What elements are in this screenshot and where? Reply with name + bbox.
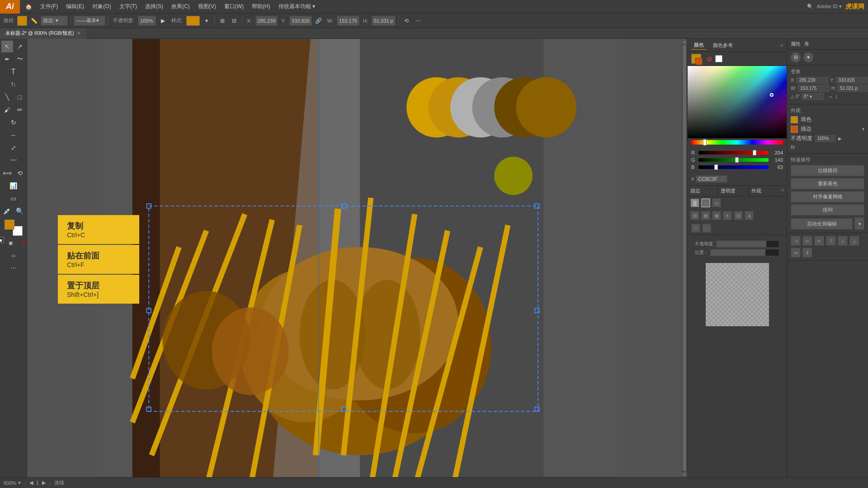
stroke-join-1[interactable]: ∧ <box>745 211 754 220</box>
hue-slider[interactable] <box>691 140 783 145</box>
b-slider[interactable] <box>698 165 769 169</box>
align-icon[interactable]: ⊟ <box>229 16 239 26</box>
flip-v-btn[interactable]: ↕ <box>835 94 838 100</box>
context-menu-bring-front[interactable]: 置于顶层 Shift+Ctrl+] <box>58 275 139 304</box>
align-left[interactable]: ⊣ <box>791 236 801 246</box>
far-w-input[interactable] <box>798 85 830 92</box>
scroll-bar-right[interactable]: ▲ ▼ <box>682 39 687 477</box>
transform-icon[interactable]: ⟲ <box>401 16 411 26</box>
path-offset-btn[interactable]: 位移路径 <box>791 165 864 176</box>
color-spectrum[interactable] <box>688 66 787 138</box>
rotation-dropdown[interactable]: 0° ▾ <box>802 93 824 100</box>
stroke-type-1[interactable]: █ <box>690 198 699 207</box>
prev-page-btn[interactable]: ◀ <box>29 480 33 485</box>
arrange-btn[interactable]: 排列 <box>791 204 864 216</box>
search-icon[interactable]: 🔍 <box>807 4 813 9</box>
more-tools[interactable]: ⋯ <box>8 262 19 274</box>
global-edit-btn[interactable]: 启动全局编辑 <box>791 218 853 230</box>
canvas-area[interactable]: 复制 Ctrl+C 贴在前面 Ctrl+F 置于顶层 Shift+Ctrl+] … <box>27 39 687 477</box>
eyedropper-tool[interactable]: 💉 <box>1 205 13 217</box>
menu-file[interactable]: 文件(F) <box>37 2 61 11</box>
color-panel-menu[interactable]: ≡ <box>780 43 783 48</box>
appearance-panel-tab[interactable]: 外观 <box>749 186 778 196</box>
align-grid-btn[interactable]: 对齐像素网格 <box>791 191 864 202</box>
menu-type[interactable]: 文字(T) <box>116 2 141 11</box>
library-tab[interactable]: 库 <box>804 41 809 47</box>
opacity-outer-input[interactable] <box>815 135 835 142</box>
distribute-v[interactable]: ⇕ <box>802 248 812 258</box>
far-h-input[interactable] <box>838 85 868 92</box>
style-color-box[interactable] <box>186 16 200 26</box>
style-dropdown[interactable]: ▾ <box>202 16 212 26</box>
color-white-btn[interactable] <box>715 55 722 62</box>
fill-color-box[interactable] <box>5 220 14 230</box>
align-center-h[interactable]: ⊢ <box>802 236 812 246</box>
menu-effect[interactable]: 效果(C) <box>168 2 193 11</box>
scale-tool[interactable]: ⤢ <box>8 142 19 154</box>
r-slider[interactable] <box>698 151 769 155</box>
menu-home[interactable]: 🏠 <box>22 3 36 11</box>
blend-tool[interactable]: ⟲ <box>14 167 26 179</box>
h-value[interactable]: 51.031 p <box>372 16 396 26</box>
align-top[interactable]: ⊤ <box>826 236 836 246</box>
canvas-tab[interactable]: 未标题-2* @ 600% (RGB/预览) ✕ <box>0 28 86 39</box>
fill-color-swatch[interactable] <box>791 116 798 123</box>
distribute-h[interactable]: ⇔ <box>791 248 801 258</box>
color-bg-swatch[interactable] <box>695 58 703 65</box>
stroke-align-5[interactable]: ⊡ <box>734 211 743 220</box>
shape-tools[interactable]: □ <box>14 91 26 103</box>
menu-edit[interactable]: 编辑(E) <box>62 2 88 11</box>
opacity-slider[interactable] <box>716 240 779 248</box>
grid-icon[interactable]: ⊞ <box>217 16 227 26</box>
global-edit-dropdown[interactable]: ▾ <box>854 217 864 230</box>
color-fg-swatch[interactable] <box>691 54 701 64</box>
transparency-panel-tab[interactable]: 透明度 <box>718 186 748 196</box>
align-center-v[interactable]: ⊥ <box>838 236 848 246</box>
link-icon[interactable]: 🔗 <box>314 16 324 26</box>
selection-tool[interactable]: ↖ <box>1 41 13 52</box>
brush-icon[interactable]: ✏️ <box>29 16 39 26</box>
color-mode-icon[interactable]: ■ <box>0 237 4 243</box>
stroke-dashed-2[interactable]: ·· <box>702 224 711 233</box>
menu-select[interactable]: 选择(S) <box>142 2 167 11</box>
rotate-tool[interactable]: ↻ <box>8 117 19 128</box>
zoom-dropdown[interactable]: ▾ <box>18 480 21 486</box>
magic-icon[interactable]: ✦ <box>803 52 813 62</box>
scroll-down-btn[interactable]: ▼ <box>682 472 687 477</box>
menu-extra[interactable]: 传统基本功能 ▾ <box>275 2 319 11</box>
column-graph-tool[interactable]: 📊 <box>8 180 19 192</box>
stroke-align-3[interactable]: ⊠ <box>712 211 721 220</box>
type-tool[interactable]: T <box>8 66 19 78</box>
stroke-dashed-1[interactable]: ─ <box>691 224 700 233</box>
x-value[interactable]: 285.239 <box>255 16 278 26</box>
flip-h-btn[interactable]: ↔ <box>828 94 833 100</box>
context-menu-paste-front[interactable]: 贴在前面 Ctrl+F <box>58 245 139 274</box>
screen-mode-tool[interactable]: ▭ <box>8 249 19 261</box>
stroke-type-3[interactable]: ▭ <box>712 198 721 207</box>
color-none-btn[interactable]: ⊘ <box>707 55 712 63</box>
stroke-dropdown[interactable]: ▾ <box>862 127 864 131</box>
scroll-thumb[interactable] <box>683 45 686 471</box>
warp-tool[interactable]: 〰 <box>8 155 19 166</box>
far-y-input[interactable] <box>836 77 868 84</box>
stroke-align-4[interactable]: ≡ <box>723 211 732 220</box>
panel-menu-btn[interactable]: ≡ <box>778 186 787 196</box>
w-value[interactable]: 153.175 <box>337 16 359 26</box>
paintbrush-tool[interactable]: 🖌 <box>1 104 13 116</box>
more-icon[interactable]: ⋯ <box>413 16 423 26</box>
zoom-value[interactable]: 600% <box>4 480 16 486</box>
stroke-align-2[interactable]: ⊞ <box>701 211 710 220</box>
stroke-panel-tab[interactable]: 描边 <box>688 186 718 196</box>
g-slider[interactable] <box>698 158 769 162</box>
line-tool[interactable]: ╲ <box>1 91 13 103</box>
toolbar-fill-color[interactable] <box>17 16 27 26</box>
gradient-icon[interactable]: ▣ <box>5 237 17 249</box>
recolor-btn[interactable]: 重新着色 <box>791 178 864 189</box>
hex-input[interactable] <box>696 175 727 183</box>
opacity-value[interactable]: 100% <box>138 16 156 26</box>
reflect-tool[interactable]: ↔ <box>8 129 19 141</box>
menu-window[interactable]: 窗口(W) <box>221 2 247 11</box>
menu-help[interactable]: 帮助(H) <box>248 2 274 11</box>
stroke-mode-box[interactable]: 描边: ▾ <box>41 16 68 26</box>
opacity-expand-btn[interactable]: ▶ <box>838 136 842 141</box>
